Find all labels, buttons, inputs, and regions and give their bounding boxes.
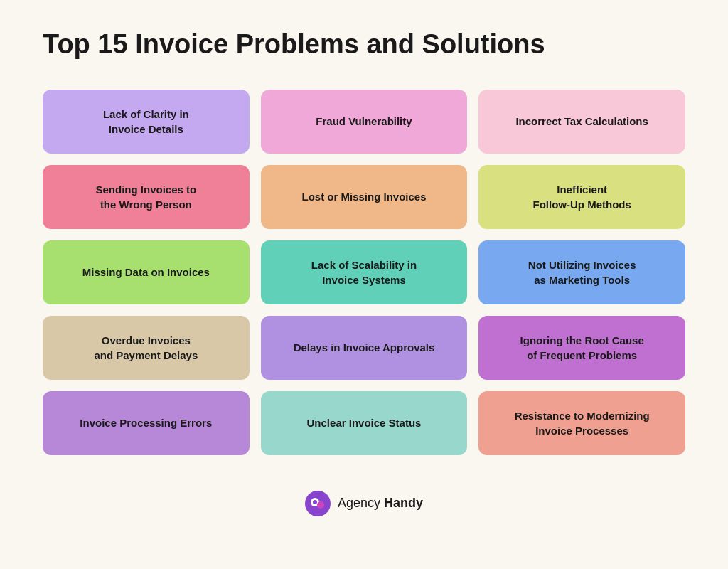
- grid-item-7: Missing Data on Invoices: [43, 240, 250, 304]
- grid-item-label-14: Unclear Invoice Status: [307, 415, 422, 430]
- svg-point-3: [313, 500, 317, 504]
- grid-item-label-3: Incorrect Tax Calculations: [515, 114, 648, 129]
- grid-item-label-11: Delays in Invoice Approvals: [294, 340, 435, 355]
- footer-brand: Agency Handy: [338, 496, 423, 511]
- grid-item-4: Sending Invoices tothe Wrong Person: [43, 165, 250, 229]
- grid-item-label-7: Missing Data on Invoices: [82, 265, 210, 280]
- grid-item-label-5: Lost or Missing Invoices: [301, 189, 426, 204]
- grid-item-label-10: Overdue Invoicesand Payment Delays: [94, 333, 198, 363]
- page-container: Top 15 Invoice Problems and Solutions La…: [0, 0, 728, 569]
- grid-item-label-9: Not Utilizing Invoicesas Marketing Tools: [528, 257, 636, 287]
- grid-container: Lack of Clarity inInvoice DetailsFraud V…: [43, 90, 685, 455]
- grid-item-label-4: Sending Invoices tothe Wrong Person: [95, 182, 196, 212]
- grid-item-1: Lack of Clarity inInvoice Details: [43, 90, 250, 154]
- grid-item-label-13: Invoice Processing Errors: [80, 415, 212, 430]
- grid-item-8: Lack of Scalability inInvoice Systems: [261, 240, 468, 304]
- grid-item-9: Not Utilizing Invoicesas Marketing Tools: [478, 240, 685, 304]
- grid-item-5: Lost or Missing Invoices: [261, 165, 468, 229]
- footer-brand-bold: Handy: [384, 496, 423, 510]
- grid-item-12: Ignoring the Root Causeof Frequent Probl…: [478, 316, 685, 380]
- agency-handy-logo-icon: [305, 491, 331, 516]
- grid-item-label-2: Fraud Vulnerability: [316, 114, 412, 129]
- grid-item-3: Incorrect Tax Calculations: [478, 90, 685, 154]
- grid-item-label-15: Resistance to ModernizingInvoice Process…: [515, 408, 650, 438]
- grid-item-2: Fraud Vulnerability: [261, 90, 468, 154]
- grid-item-14: Unclear Invoice Status: [261, 391, 468, 455]
- grid-item-label-1: Lack of Clarity inInvoice Details: [103, 107, 189, 137]
- grid-item-11: Delays in Invoice Approvals: [261, 316, 468, 380]
- grid-item-13: Invoice Processing Errors: [43, 391, 250, 455]
- svg-point-2: [317, 501, 324, 509]
- grid-item-6: InefficientFollow-Up Methods: [478, 165, 685, 229]
- grid-item-label-12: Ignoring the Root Causeof Frequent Probl…: [520, 333, 644, 363]
- grid-item-label-8: Lack of Scalability inInvoice Systems: [311, 257, 417, 287]
- page-title: Top 15 Invoice Problems and Solutions: [43, 28, 685, 61]
- grid-item-10: Overdue Invoicesand Payment Delays: [43, 316, 250, 380]
- footer-brand-regular: Agency: [338, 496, 384, 510]
- grid-item-15: Resistance to ModernizingInvoice Process…: [478, 391, 685, 455]
- footer: Agency Handy: [305, 491, 423, 516]
- grid-item-label-6: InefficientFollow-Up Methods: [533, 182, 631, 212]
